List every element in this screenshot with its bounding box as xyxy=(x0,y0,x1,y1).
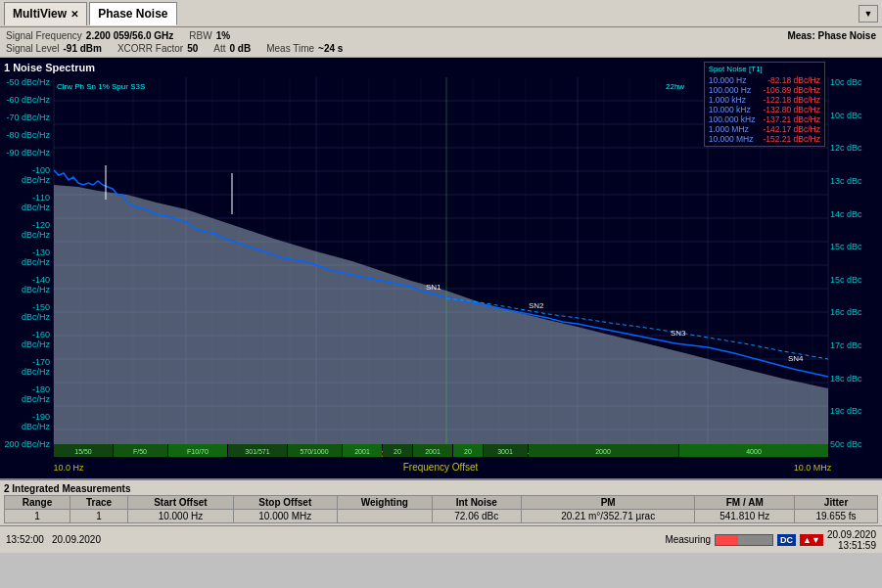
status-date2: 20.09.2020 xyxy=(827,529,876,540)
y-label-8: -130 dBc/Hz xyxy=(2,248,52,267)
status-time2: 13:51:59 xyxy=(827,540,876,551)
measurements-title: 2 Integrated Measurements xyxy=(4,482,878,495)
spot-val-5: -142.17 dBc/Hz xyxy=(763,124,820,134)
col-jitter: Jitter xyxy=(795,496,878,510)
y-label-6: -110 dBc/Hz xyxy=(2,193,52,212)
cell-pm: 20.21 m°/352.71 µrac xyxy=(521,510,694,523)
y-label-right-11: 50c dBc xyxy=(830,439,880,449)
col-pm: PM xyxy=(521,496,694,510)
time-display: 20.09.2020 13:51:59 xyxy=(827,529,876,551)
info-row-1: Signal Frequency 2.200 059/56.0 GHz RBW … xyxy=(6,29,876,42)
table-row: 1 1 10.000 Hz 10.000 MHz 72.06 dBc 20.21… xyxy=(5,510,878,523)
cell-trace: 1 xyxy=(70,510,127,523)
phase-noise-tab-label: Phase Noise xyxy=(98,7,167,21)
cell-jitter: 19.655 fs xyxy=(795,510,878,523)
cell-start-offset: 10.000 Hz xyxy=(128,510,233,523)
y-axis-left: -50 dBc/Hz -60 dBc/Hz -70 dBc/Hz -80 dBc… xyxy=(0,77,54,449)
col-stop-offset: Stop Offset xyxy=(233,496,337,510)
tab-phase-noise[interactable]: Phase Noise xyxy=(89,2,176,25)
col-int-noise: Int Noise xyxy=(432,496,521,510)
info-bar: Signal Frequency 2.200 059/56.0 GHz RBW … xyxy=(0,27,882,58)
signal-frequency-label: Signal Frequency xyxy=(6,30,82,41)
cell-range: 1 xyxy=(5,510,70,523)
svg-text:Frequency Offset: Frequency Offset xyxy=(403,462,479,473)
status-measuring: Measuring DC ▲▼ 20.09.2020 13:51:59 xyxy=(665,529,876,551)
ac-indicator: ▲▼ xyxy=(800,534,823,546)
svg-text:22hw: 22hw xyxy=(666,82,684,91)
svg-marker-46 xyxy=(54,185,828,444)
y-label-11: -160 dBc/Hz xyxy=(2,330,52,349)
status-date: 20.09.2020 xyxy=(52,534,101,545)
spot-freq-1: 100.000 Hz xyxy=(709,85,751,95)
spot-freq-4: 100.000 kHz xyxy=(709,114,756,124)
col-range: Range xyxy=(5,496,70,510)
svg-text:20: 20 xyxy=(394,448,401,455)
svg-text:F/50: F/50 xyxy=(133,448,147,455)
svg-text:2000: 2000 xyxy=(595,448,611,455)
xcorr-item: XCORR Factor 50 xyxy=(117,43,198,54)
title-bar-right: ▼ xyxy=(859,5,878,23)
dropdown-button[interactable]: ▼ xyxy=(859,5,878,23)
xcorr-label: XCORR Factor xyxy=(117,43,183,54)
svg-text:2001: 2001 xyxy=(354,448,370,455)
rbw-value: 1% xyxy=(216,30,230,41)
svg-text:4000: 4000 xyxy=(746,448,762,455)
y-label-14: -190 dBc/Hz xyxy=(2,412,52,431)
svg-text:2001: 2001 xyxy=(425,448,441,455)
meas-label: Meas: Phase Noise xyxy=(787,30,876,41)
signal-level-label: Signal Level xyxy=(6,43,59,54)
spot-noise-panel: Spot Noise [T1] 10.000 Hz -82.18 dBc/Hz … xyxy=(704,62,825,147)
tab-multiview[interactable]: MultiView ✕ xyxy=(4,2,87,25)
spot-freq-0: 10.000 Hz xyxy=(709,75,747,85)
spot-noise-row-5: 1.000 MHz -142.17 dBc/Hz xyxy=(709,124,820,134)
info-row-2: Signal Level -91 dBm XCORR Factor 50 Att… xyxy=(6,42,876,55)
spot-val-2: -122.18 dBc/Hz xyxy=(763,95,820,105)
y-label-right-9: 18c dBc xyxy=(830,374,880,384)
measuring-label: Measuring xyxy=(665,534,711,545)
y-label-right-1: 10c dBc xyxy=(830,111,880,120)
cell-fm-am: 541.810 Hz xyxy=(695,510,795,523)
multiview-tab-close[interactable]: ✕ xyxy=(70,9,78,20)
att-value: 0 dB xyxy=(230,43,252,54)
cell-weighting xyxy=(337,510,432,523)
signal-level-item: Signal Level -91 dBm xyxy=(6,43,102,54)
y-label-12: -170 dBc/Hz xyxy=(2,357,52,377)
y-label-10: -150 dBc/Hz xyxy=(2,302,52,322)
y-label-right-0: 10c dBc xyxy=(830,77,880,87)
spot-val-0: -82.18 dBc/Hz xyxy=(767,75,820,85)
col-weighting: Weighting xyxy=(337,496,432,510)
spot-noise-row-3: 10.000 kHz -132.80 dBc/Hz xyxy=(709,105,820,114)
spot-freq-2: 1.000 kHz xyxy=(709,95,746,105)
svg-text:20: 20 xyxy=(464,448,472,455)
rbw-label: RBW xyxy=(189,30,211,41)
spot-freq-3: 10.000 kHz xyxy=(709,105,751,114)
svg-text:15/50: 15/50 xyxy=(74,448,92,455)
signal-level-value: -91 dBm xyxy=(63,43,101,54)
table-header-row: Range Trace Start Offset Stop Offset Wei… xyxy=(5,496,878,510)
col-trace: Trace xyxy=(70,496,127,510)
svg-text:301/571: 301/571 xyxy=(245,448,269,455)
y-label-right-5: 15c dBc xyxy=(830,242,880,251)
chart-container: 1 Noise Spectrum Spot Noise [T1] 10.000 … xyxy=(0,58,882,478)
y-label-9: -140 dBc/Hz xyxy=(2,275,52,294)
y-label-4: -90 dBc/Hz xyxy=(2,148,52,158)
svg-text:Clrw Ph Sn 1% Spur S3S: Clrw Ph Sn 1% Spur S3S xyxy=(57,82,145,91)
y-label-right-3: 13c dBc xyxy=(830,176,880,186)
measurements-table: Range Trace Start Offset Stop Offset Wei… xyxy=(4,495,878,523)
spot-noise-row-6: 10.000 MHz -152.21 dBc/Hz xyxy=(709,134,820,144)
multiview-tab-label: MultiView xyxy=(13,7,67,21)
y-label-2: -70 dBc/Hz xyxy=(2,113,52,122)
spot-freq-5: 1.000 MHz xyxy=(709,124,749,134)
chart-title: 1 Noise Spectrum xyxy=(4,62,95,73)
title-bar: MultiView ✕ Phase Noise ▼ xyxy=(0,0,882,27)
progress-bar-fill xyxy=(716,535,738,545)
cell-stop-offset: 10.000 MHz xyxy=(233,510,337,523)
svg-text:SN3: SN3 xyxy=(671,329,686,338)
y-label-right-7: 16c dBc xyxy=(830,307,880,317)
spot-noise-row-4: 100.000 kHz -137.21 dBc/Hz xyxy=(709,114,820,124)
y-label-1: -60 dBc/Hz xyxy=(2,95,52,105)
spot-val-1: -106.89 dBc/Hz xyxy=(763,85,820,95)
signal-frequency-item: Signal Frequency 2.200 059/56.0 GHz xyxy=(6,30,173,41)
svg-text:10.0 Hz: 10.0 Hz xyxy=(53,463,84,473)
att-label: Att xyxy=(213,43,225,54)
